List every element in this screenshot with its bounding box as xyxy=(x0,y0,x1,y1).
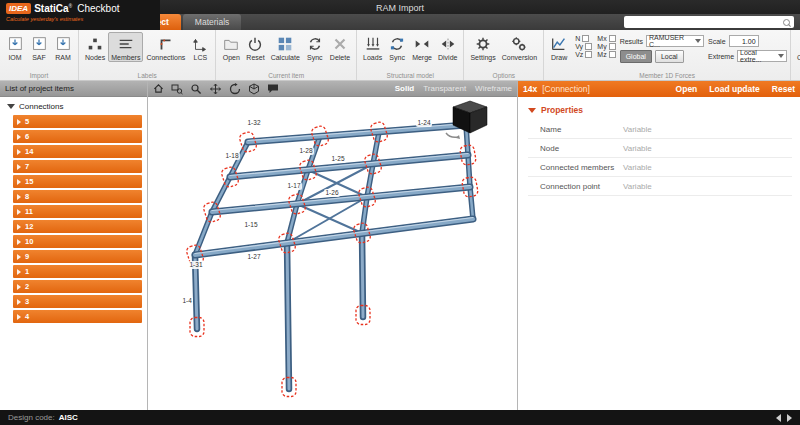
saf-button[interactable]: SAF xyxy=(27,32,51,62)
member-label: 1-18 xyxy=(224,152,240,160)
force-check-vy[interactable]: Vy xyxy=(575,43,592,50)
connections-button[interactable]: Connections xyxy=(143,32,188,62)
conversion-gears-icon xyxy=(510,35,528,53)
item-arrow-icon xyxy=(17,164,21,170)
force-check-n[interactable]: N xyxy=(575,35,592,42)
force-check-mx[interactable]: Mx xyxy=(597,35,615,42)
item-number: 5 xyxy=(25,117,29,126)
pan-icon[interactable] xyxy=(209,83,222,95)
properties-section-header[interactable]: Properties xyxy=(518,97,800,120)
global-toggle[interactable]: Global xyxy=(620,50,652,63)
open-button[interactable]: Open xyxy=(219,32,243,62)
open-folder-icon xyxy=(222,35,240,53)
model-sync-button[interactable]: Sync xyxy=(385,32,409,62)
reset-button[interactable]: Reset xyxy=(243,32,267,62)
divide-button[interactable]: Divide xyxy=(435,32,460,62)
view-mode-solid[interactable]: Solid xyxy=(395,84,415,93)
divide-icon xyxy=(439,35,457,53)
item-arrow-icon xyxy=(17,239,21,245)
design-code-value: AISC xyxy=(59,413,78,422)
list-item[interactable]: 12 xyxy=(13,220,142,233)
force-check-mz[interactable]: Mz xyxy=(597,51,615,58)
conversion-button[interactable]: Conversion xyxy=(499,32,540,62)
item-arrow-icon xyxy=(17,179,21,185)
zoom-icon[interactable] xyxy=(190,83,202,95)
section-collapse-icon xyxy=(528,108,536,113)
model-canvas[interactable]: 1-321-241-181-281-251-171-261-151-311-27… xyxy=(148,97,517,410)
ribbon-group-import: IOM SAF RAM Import xyxy=(0,30,79,80)
property-row: NodeVariable xyxy=(528,139,792,158)
force-check-label: Vy xyxy=(575,43,583,50)
merge-icon xyxy=(413,35,431,53)
group-title-new: New xyxy=(791,72,800,79)
iom-import-icon xyxy=(6,35,24,53)
iom-button[interactable]: IOM xyxy=(3,32,27,62)
results-dropdown[interactable]: RAMUSER C... xyxy=(646,35,704,47)
view-mode-wireframe[interactable]: Wireframe xyxy=(475,84,512,93)
zoom-all-icon[interactable] xyxy=(153,83,164,94)
list-item[interactable]: 5 xyxy=(13,115,142,128)
list-item[interactable]: 3 xyxy=(13,295,142,308)
expand-panel-icon[interactable] xyxy=(787,414,792,422)
property-value[interactable]: Variable xyxy=(623,125,652,134)
property-value[interactable]: Variable xyxy=(623,163,652,172)
member-label: 1-31 xyxy=(188,261,204,269)
list-item[interactable]: 15 xyxy=(13,175,142,188)
members-button[interactable]: Members xyxy=(108,32,143,62)
reset-connection-button[interactable]: Reset xyxy=(772,84,795,94)
list-item[interactable]: 10 xyxy=(13,235,142,248)
view-modes: SolidTransparentWireframe xyxy=(395,84,512,93)
ribbon-group-member-forces: Draw NVyVzMxMyMz Results RAMUSER C... Gl… xyxy=(544,30,791,80)
checkbox-icon xyxy=(585,51,592,58)
property-label: Name xyxy=(528,125,623,134)
list-item[interactable]: 2 xyxy=(13,280,142,293)
load-update-button[interactable]: Load update xyxy=(709,84,760,94)
sync-button[interactable]: Sync xyxy=(303,32,327,62)
item-number: 12 xyxy=(25,222,33,231)
settings-gear-icon xyxy=(474,35,492,53)
properties-rows: NameVariableNodeVariableConnected member… xyxy=(518,120,800,196)
list-item[interactable]: 11 xyxy=(13,205,142,218)
lcs-button[interactable]: LCS xyxy=(188,32,212,62)
connections-group[interactable]: Connections xyxy=(3,100,144,115)
list-item[interactable]: 7 xyxy=(13,160,142,173)
property-value[interactable]: Variable xyxy=(623,182,652,191)
model-sync-icon xyxy=(388,35,406,53)
scale-input[interactable]: 1.00 xyxy=(729,35,759,47)
ribbon-group-options: Settings Conversion Options xyxy=(464,30,544,80)
property-label: Connection point xyxy=(528,182,623,191)
orbit-rotate-icon[interactable] xyxy=(229,83,241,95)
list-item[interactable]: 1 xyxy=(13,265,142,278)
force-check-my[interactable]: My xyxy=(597,43,615,50)
checkbot-window: RAM Import IDEA StatiCa® Checkbot Calcul… xyxy=(0,0,800,425)
extreme-dropdown[interactable]: Local extre... xyxy=(737,50,787,62)
view-mode-transparent[interactable]: Transparent xyxy=(423,84,466,93)
merge-button[interactable]: Merge xyxy=(409,32,435,62)
open-connection-button[interactable]: Open xyxy=(676,84,698,94)
new-connection-button[interactable]: Connection xyxy=(794,32,800,62)
delete-button[interactable]: Delete xyxy=(327,32,353,62)
draw-button[interactable]: Draw xyxy=(547,32,571,62)
property-value[interactable]: Variable xyxy=(623,144,652,153)
list-item[interactable]: 14 xyxy=(13,145,142,158)
collapse-panel-icon[interactable] xyxy=(776,414,781,422)
nodes-button[interactable]: Nodes xyxy=(82,32,108,62)
settings-button[interactable]: Settings xyxy=(467,32,498,62)
list-item[interactable]: 8 xyxy=(13,190,142,203)
search-input[interactable] xyxy=(624,17,783,27)
force-check-vz[interactable]: Vz xyxy=(575,51,592,58)
list-item[interactable]: 4 xyxy=(13,310,142,323)
sync-arrows-icon xyxy=(306,35,324,53)
search-icon[interactable] xyxy=(783,19,790,26)
ram-button[interactable]: RAM xyxy=(51,32,75,62)
calculate-button[interactable]: Calculate xyxy=(268,32,303,62)
viewport-panel: SolidTransparentWireframe xyxy=(148,81,518,410)
comment-icon[interactable] xyxy=(267,83,279,95)
list-item[interactable]: 6 xyxy=(13,130,142,143)
tab-materials[interactable]: Materials xyxy=(183,14,241,30)
local-toggle[interactable]: Local xyxy=(655,50,684,63)
loads-button[interactable]: Loads xyxy=(360,32,385,62)
list-item[interactable]: 9 xyxy=(13,250,142,263)
zoom-window-icon[interactable] xyxy=(171,83,183,95)
isometric-cube-icon[interactable] xyxy=(248,83,260,95)
